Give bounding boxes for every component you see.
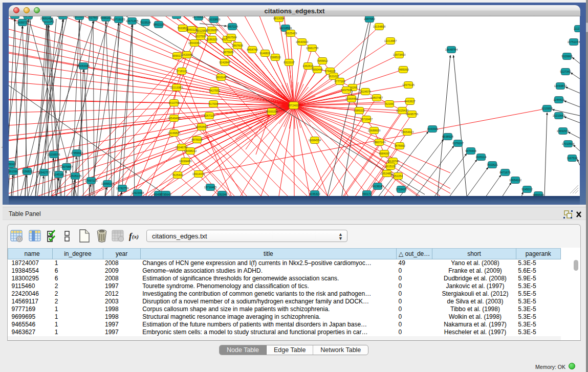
svg-text:8878334: 8878334: [191, 138, 202, 141]
svg-text:20691406: 20691406: [40, 17, 53, 20]
svg-text:14055724: 14055724: [16, 21, 29, 24]
svg-text:6466160: 6466160: [100, 16, 111, 19]
svg-text:16210643: 16210643: [553, 114, 565, 117]
svg-text:10654112: 10654112: [509, 179, 521, 182]
svg-text:16543362: 16543362: [188, 41, 201, 45]
svg-text:15751074: 15751074: [568, 40, 580, 43]
svg-text:12975115: 12975115: [402, 83, 415, 86]
svg-text:9984067: 9984067: [379, 152, 389, 155]
svg-text:13353594: 13353594: [195, 125, 208, 128]
svg-text:10807487: 10807487: [371, 96, 383, 99]
svg-text:8322037: 8322037: [284, 61, 294, 64]
svg-text:10653267: 10653267: [73, 16, 85, 18]
svg-text:7857224: 7857224: [227, 25, 237, 28]
svg-text:20206576: 20206576: [48, 153, 60, 156]
svg-text:1156829: 1156829: [21, 170, 32, 173]
svg-text:9474444: 9474444: [465, 149, 476, 152]
svg-text:1167534: 1167534: [567, 157, 577, 160]
svg-text:6379197: 6379197: [452, 142, 463, 145]
svg-text:18724007: 18724007: [288, 104, 300, 107]
svg-text:18640910: 18640910: [296, 40, 308, 43]
svg-text:15720407: 15720407: [360, 118, 373, 121]
svg-text:19356644: 19356644: [57, 16, 69, 17]
svg-text:17957225: 17957225: [85, 179, 97, 182]
svg-text:7632621: 7632621: [487, 163, 497, 166]
svg-text:16914479: 16914479: [192, 172, 205, 176]
svg-text:19166825: 19166825: [168, 132, 180, 135]
svg-text:7485063: 7485063: [398, 68, 408, 71]
svg-text:1733426: 1733426: [396, 188, 406, 191]
svg-text:2935114: 2935114: [475, 156, 486, 159]
svg-text:391590: 391590: [9, 170, 18, 173]
svg-text:8813054: 8813054: [273, 17, 284, 20]
svg-text:9327508: 9327508: [195, 35, 206, 38]
svg-text:16033809: 16033809: [208, 18, 220, 21]
svg-text:16549498: 16549498: [168, 117, 180, 120]
svg-text:18807249: 18807249: [373, 141, 385, 144]
svg-text:10973493: 10973493: [393, 53, 405, 56]
svg-text:9245012: 9245012: [521, 188, 532, 191]
svg-text:8267110: 8267110: [204, 114, 214, 117]
svg-text:12093872: 12093872: [554, 84, 567, 87]
svg-text:1535061: 1535061: [9, 163, 16, 166]
svg-text:12923468: 12923468: [132, 191, 144, 194]
svg-text:6497508: 6497508: [341, 89, 352, 92]
svg-text:1621022: 1621022: [328, 75, 339, 78]
svg-text:8454749: 8454749: [247, 48, 257, 51]
svg-text:7515524: 7515524: [140, 21, 150, 24]
svg-text:16782759: 16782759: [116, 187, 128, 190]
svg-text:3875685: 3875685: [223, 51, 233, 54]
svg-text:17359914: 17359914: [71, 151, 83, 155]
svg-text:3024574: 3024574: [360, 90, 371, 93]
svg-text:(x): (x): [132, 233, 139, 240]
svg-text:62166: 62166: [385, 102, 393, 105]
svg-text:1867564: 1867564: [226, 36, 236, 39]
svg-text:13975887: 13975887: [60, 165, 73, 168]
svg-text:10025438: 10025438: [396, 109, 408, 112]
svg-text:20364456: 20364456: [345, 97, 358, 100]
svg-text:9862220: 9862220: [153, 23, 164, 26]
svg-text:8471676: 8471676: [499, 171, 510, 174]
svg-text:817006: 817006: [209, 102, 218, 105]
svg-text:6794028: 6794028: [324, 70, 335, 73]
svg-text:9463627: 9463627: [404, 100, 415, 103]
svg-text:1244419: 1244419: [553, 98, 564, 101]
svg-text:19384554: 19384554: [309, 139, 321, 142]
svg-text:10688609: 10688609: [368, 129, 380, 132]
svg-text:2986322: 2986322: [354, 109, 364, 112]
svg-text:9146821: 9146821: [259, 52, 270, 55]
svg-text:1527602: 1527602: [88, 16, 98, 19]
svg-text:8186323: 8186323: [206, 38, 217, 41]
svg-text:9329966: 9329966: [561, 55, 572, 58]
svg-text:7955812: 7955812: [317, 59, 328, 62]
svg-text:12213967: 12213967: [384, 39, 397, 42]
svg-text:252254: 252254: [394, 174, 403, 178]
svg-text:13226058: 13226058: [206, 29, 218, 32]
svg-text:1112131: 1112131: [574, 27, 580, 30]
svg-text:12213383: 12213383: [170, 86, 183, 89]
svg-text:17010504: 17010504: [562, 142, 574, 145]
svg-text:16745632: 16745632: [192, 16, 205, 18]
svg-text:1913450: 1913450: [9, 16, 20, 17]
svg-text:1362615: 1362615: [302, 64, 313, 68]
svg-text:18300295: 18300295: [266, 110, 278, 113]
svg-text:13325419: 13325419: [285, 32, 297, 35]
svg-text:8215958: 8215958: [541, 107, 552, 110]
svg-text:2987682: 2987682: [364, 17, 375, 20]
svg-text:9777169: 9777169: [334, 80, 345, 83]
svg-text:8427552: 8427552: [209, 89, 220, 92]
svg-text:16648784: 16648784: [445, 48, 458, 51]
svg-text:2867608: 2867608: [232, 44, 243, 47]
svg-text:7625402: 7625402: [172, 173, 183, 177]
svg-text:890172: 890172: [362, 192, 372, 195]
svg-text:6046322: 6046322: [309, 192, 320, 195]
svg-text:8990448: 8990448: [312, 68, 322, 71]
svg-text:7875692: 7875692: [394, 144, 405, 147]
svg-text:22420046: 22420046: [181, 53, 193, 56]
svg-text:7663821: 7663821: [171, 16, 182, 17]
svg-text:999013: 999013: [172, 54, 182, 57]
svg-text:15716485: 15716485: [204, 186, 216, 189]
svg-text:16961758: 16961758: [306, 47, 318, 50]
svg-text:16671355: 16671355: [126, 19, 138, 23]
svg-text:13654923: 13654923: [401, 130, 413, 134]
